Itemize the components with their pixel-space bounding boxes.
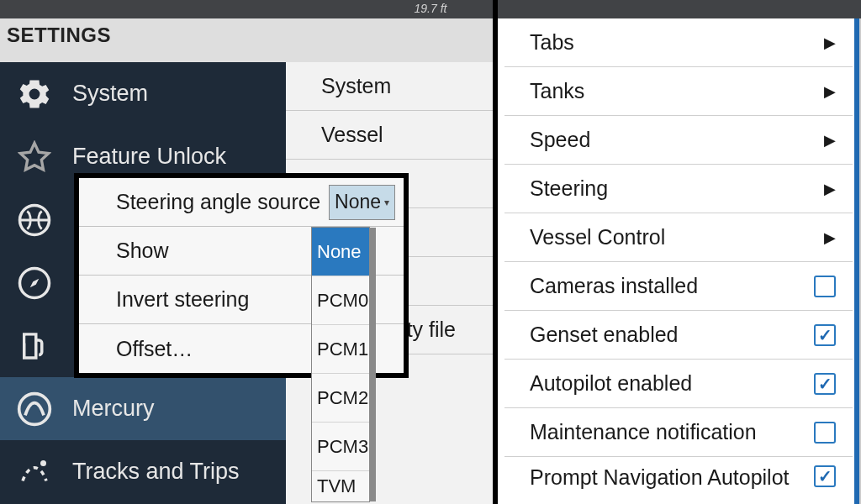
chevron-right-icon: ▶ xyxy=(824,82,836,101)
chevron-right-icon: ▶ xyxy=(824,131,836,150)
dropdown-option-pcm0[interactable]: PCM0 xyxy=(312,276,369,325)
dropdown-option-pcm2[interactable]: PCM2 xyxy=(312,374,369,423)
left-panel: SETTINGS System Feature Unlock xyxy=(0,18,493,504)
steering-show-label: Show xyxy=(116,239,169,263)
check-item-label: Prompt Navigation Autopilot xyxy=(530,465,790,490)
chevron-right-icon: ▶ xyxy=(824,180,836,198)
check-item-label: Cameras installed xyxy=(530,274,698,298)
page-title: SETTINGS xyxy=(7,24,111,47)
svg-marker-3 xyxy=(30,278,40,287)
check-item-label: Maintenance notification xyxy=(530,420,757,444)
check-item-cameras-installed[interactable]: Cameras installed ✓ xyxy=(504,262,853,311)
invert-steering-label: Invert steering xyxy=(116,287,249,312)
check-item-autopilot-enabled[interactable]: Autopilot enabled ✓ xyxy=(504,360,853,408)
sidebar-item-label: System xyxy=(72,81,148,107)
svg-point-6 xyxy=(40,460,46,466)
nav-item-label: Tabs xyxy=(530,30,574,55)
dropdown-option-pcm3[interactable]: PCM3 xyxy=(312,423,369,471)
checkbox-icon[interactable]: ✓ xyxy=(814,373,836,395)
status-bar: 19.7 ft xyxy=(0,0,861,18)
compass-icon xyxy=(12,260,57,306)
check-item-maintenance-notification[interactable]: Maintenance notification ✓ xyxy=(504,408,853,457)
svg-rect-4 xyxy=(26,335,35,343)
nav-item-vessel-control[interactable]: Vessel Control ▶ xyxy=(504,213,853,262)
check-item-label: Autopilot enabled xyxy=(530,371,692,396)
gear-icon xyxy=(12,71,57,117)
sidebar-item-label: Tracks and Trips xyxy=(72,459,240,485)
dropdown-option-none[interactable]: None xyxy=(312,228,369,276)
steering-angle-source-dropdown[interactable]: None ▾ xyxy=(329,185,395,220)
steering-source-dropdown-list: None PCM0 PCM1 PCM2 PCM3 TVM xyxy=(311,227,370,502)
sidebar-item-label: Feature Unlock xyxy=(72,144,226,170)
check-item-genset-enabled[interactable]: Genset enabled ✓ xyxy=(504,311,853,360)
nav-item-tanks[interactable]: Tanks ▶ xyxy=(504,67,853,116)
sublist-item-system[interactable]: System xyxy=(286,62,493,111)
chart-icon xyxy=(12,197,57,243)
sidebar-item-system[interactable]: System xyxy=(0,62,286,125)
sidebar-item-mercury[interactable]: Mercury xyxy=(0,377,286,440)
svg-marker-0 xyxy=(20,143,48,170)
nav-item-label: Tanks xyxy=(530,79,584,103)
steering-angle-source-row[interactable]: Steering angle source None ▾ xyxy=(79,178,404,227)
tracks-icon xyxy=(12,449,57,495)
checkbox-icon[interactable]: ✓ xyxy=(814,324,836,346)
depth-value: 19.7 ft xyxy=(415,2,447,15)
star-icon xyxy=(12,134,57,180)
dropdown-option-tvm[interactable]: TVM xyxy=(312,471,369,501)
right-panel: Tabs ▶ Tanks ▶ Speed ▶ Steering ▶ Vessel… xyxy=(498,18,859,504)
chevron-right-icon: ▶ xyxy=(824,228,836,247)
nav-item-label: Speed xyxy=(530,128,590,152)
steering-angle-source-label: Steering angle source xyxy=(116,190,320,214)
svg-point-5 xyxy=(19,393,50,424)
nav-item-label: Vessel Control xyxy=(530,225,665,249)
nav-item-speed[interactable]: Speed ▶ xyxy=(504,116,853,165)
chevron-right-icon: ▶ xyxy=(824,34,836,52)
checkbox-icon[interactable]: ✓ xyxy=(814,465,836,487)
right-panel-scrollbar[interactable] xyxy=(854,18,859,504)
checkbox-icon[interactable]: ✓ xyxy=(814,422,836,444)
nav-item-label: Steering xyxy=(530,176,608,201)
caret-down-icon: ▾ xyxy=(384,197,389,208)
checkbox-icon[interactable]: ✓ xyxy=(814,276,836,297)
sublist-item-vessel[interactable]: Vessel xyxy=(286,111,493,160)
fuel-icon xyxy=(12,323,57,369)
nav-item-steering[interactable]: Steering ▶ xyxy=(504,165,853,213)
steering-offset-label: Offset… xyxy=(116,337,193,361)
nav-item-tabs[interactable]: Tabs ▶ xyxy=(504,18,853,67)
sidebar-item-tracks[interactable]: Tracks and Trips xyxy=(0,440,286,503)
sidebar-item-label: Mercury xyxy=(72,396,155,422)
dropdown-scrollbar[interactable] xyxy=(369,228,376,501)
mercury-icon xyxy=(12,386,57,432)
dropdown-value: None xyxy=(335,191,381,213)
dropdown-option-pcm1[interactable]: PCM1 xyxy=(312,325,369,374)
check-item-label: Genset enabled xyxy=(530,323,679,347)
check-item-prompt-navigation-autopilot[interactable]: Prompt Navigation Autopilot ✓ xyxy=(504,457,853,496)
